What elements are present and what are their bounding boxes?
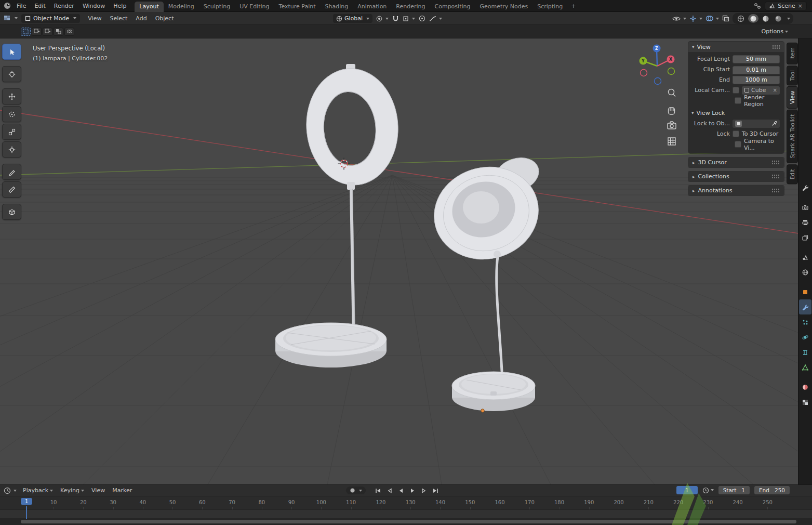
menu-file[interactable]: File — [12, 2, 30, 10]
view-lock-header[interactable]: ▾View Lock — [691, 108, 780, 117]
menu-help[interactable]: Help — [109, 2, 130, 10]
workspace-tab-geometry-nodes[interactable]: Geometry Nodes — [475, 2, 533, 12]
viewport-menu-view[interactable]: View — [84, 14, 105, 23]
select-mode-extend-button[interactable] — [32, 28, 42, 36]
visibility-eye-icon[interactable] — [672, 16, 686, 22]
select-mode-new-button[interactable] — [21, 28, 31, 36]
constraints-properties-tab-icon[interactable] — [799, 345, 811, 360]
view-layer-properties-tab-icon[interactable] — [799, 230, 811, 245]
cursor-tool-button[interactable] — [2, 66, 21, 82]
physics-properties-tab-icon[interactable] — [799, 330, 811, 345]
menu-render[interactable]: Render — [50, 2, 78, 10]
timeline-track[interactable] — [0, 510, 812, 518]
workspace-tab-scripting[interactable]: Scripting — [533, 2, 567, 12]
sidebar-tab-spark-ar-toolkit[interactable]: Spark AR Toolkit — [787, 110, 798, 163]
workspace-tab-rendering[interactable]: Rendering — [391, 2, 430, 12]
workspace-tab-uv-editing[interactable]: UV Editing — [235, 2, 274, 12]
world-properties-tab-icon[interactable] — [799, 265, 811, 280]
viewport-menu-object[interactable]: Object — [151, 14, 178, 23]
transform-tool-button[interactable] — [2, 141, 21, 158]
menu-window[interactable]: Window — [78, 2, 109, 10]
move-tool-button[interactable] — [2, 88, 21, 104]
object-data-properties-tab-icon[interactable] — [799, 360, 811, 375]
timeline-menu-keying[interactable]: Keying — [57, 486, 88, 495]
render-properties-tab-icon[interactable] — [799, 200, 811, 215]
viewport-menu-select[interactable]: Select — [105, 14, 131, 23]
tool-properties-tab-icon[interactable] — [799, 180, 811, 195]
viewport-canvas[interactable]: X Y Z User Perspective (Local) (1) lampa… — [0, 38, 812, 484]
output-properties-tab-icon[interactable] — [799, 215, 811, 230]
view-panel-header[interactable]: ▾View — [688, 42, 784, 52]
clip-start-field[interactable]: 0.01 m — [733, 66, 780, 74]
play-button[interactable] — [407, 486, 418, 495]
proportional-falloff-selector[interactable] — [429, 16, 442, 22]
shading-material-button[interactable] — [761, 14, 771, 23]
scale-tool-button[interactable] — [2, 124, 21, 140]
panel-grip[interactable] — [771, 188, 780, 193]
play-reverse-button[interactable] — [396, 486, 406, 495]
next-keyframe-button[interactable] — [419, 486, 429, 495]
pivot-point-selector[interactable] — [376, 16, 389, 22]
render-region-checkbox[interactable] — [735, 97, 741, 104]
timeline-ruler[interactable]: 1020304050607080901001101201301401501601… — [0, 496, 812, 510]
end-frame-field[interactable]: End250 — [754, 486, 790, 494]
timeline-menu-view[interactable]: View — [88, 486, 109, 495]
measure-tool-button[interactable] — [2, 181, 21, 198]
add-workspace-button[interactable]: + — [567, 2, 579, 10]
workspace-tab-compositing[interactable]: Compositing — [430, 2, 475, 12]
workspace-tab-texture-paint[interactable]: Texture Paint — [274, 2, 321, 12]
timeline[interactable]: PlaybackKeyingViewMarker 1 Start1 End250… — [0, 484, 812, 525]
sidebar-tab-edit[interactable]: Edit — [787, 164, 798, 184]
workspace-tab-animation[interactable]: Animation — [353, 2, 391, 12]
workspace-tab-shading[interactable]: Shading — [321, 2, 353, 12]
gizmo-minus-z[interactable] — [655, 78, 661, 85]
panel-grip[interactable] — [772, 45, 780, 49]
scene-properties-tab-icon[interactable] — [799, 250, 811, 265]
camera-to-view-checkbox[interactable] — [735, 141, 741, 148]
local-camera-checkbox[interactable] — [733, 87, 739, 94]
eyedropper-icon[interactable] — [771, 121, 777, 126]
shading-rendered-button[interactable] — [773, 14, 783, 23]
mode-selector[interactable]: Object Mode — [21, 14, 80, 23]
shading-wireframe-button[interactable] — [736, 14, 746, 23]
tweak-select-tool-button[interactable] — [2, 44, 21, 60]
snap-target-selector[interactable] — [403, 16, 415, 22]
clip-end-field[interactable]: 1000 m — [733, 76, 780, 84]
transform-orientation-selector[interactable]: Global — [333, 14, 372, 23]
workspace-tab-sculpting[interactable]: Sculpting — [199, 2, 235, 12]
gizmo-minus-x[interactable] — [641, 70, 647, 76]
rotate-tool-button[interactable] — [2, 106, 21, 122]
material-properties-tab-icon[interactable] — [799, 379, 811, 395]
blender-logo-icon[interactable] — [3, 2, 11, 10]
menu-edit[interactable]: Edit — [30, 2, 49, 10]
gizmos-toggle-icon[interactable] — [689, 15, 702, 22]
panel-annotations[interactable]: ▸Annotations — [688, 186, 784, 195]
add-cube-tool-button[interactable] — [2, 204, 21, 220]
select-mode-invert-button[interactable] — [54, 28, 63, 36]
shading-solid-button[interactable] — [748, 14, 758, 23]
select-mode-intersect-button[interactable] — [64, 28, 74, 36]
viewport-menu-add[interactable]: Add — [131, 14, 151, 23]
xray-toggle-icon[interactable] — [722, 15, 729, 22]
start-frame-field[interactable]: Start1 — [718, 486, 750, 494]
auto-keying-control[interactable] — [346, 487, 366, 494]
clear-object-icon[interactable]: × — [773, 87, 777, 93]
panel-grip[interactable] — [771, 160, 780, 165]
overlays-toggle-icon[interactable] — [705, 15, 719, 22]
object-properties-tab-icon[interactable] — [799, 284, 811, 299]
focal-length-field[interactable]: 50 mm — [733, 55, 780, 63]
modifiers-properties-tab-icon[interactable] — [799, 299, 811, 314]
playhead-line[interactable] — [26, 506, 27, 519]
editor-type-button[interactable] — [4, 15, 18, 22]
unlink-scene-icon[interactable]: × — [798, 3, 803, 9]
scene-selector[interactable]: Scene × — [765, 2, 807, 10]
timeline-menu-marker[interactable]: Marker — [109, 486, 136, 495]
sidebar-tab-view[interactable]: View — [787, 86, 798, 109]
jump-start-button[interactable] — [373, 486, 383, 495]
timeline-menu-playback[interactable]: Playback — [19, 486, 57, 495]
snap-magnet-icon[interactable] — [392, 15, 399, 22]
panel-collections[interactable]: ▸Collections — [688, 172, 784, 181]
panel-grip[interactable] — [771, 174, 780, 179]
current-frame-field[interactable]: 1 — [676, 486, 698, 494]
gizmo-minus-y[interactable] — [668, 68, 675, 75]
